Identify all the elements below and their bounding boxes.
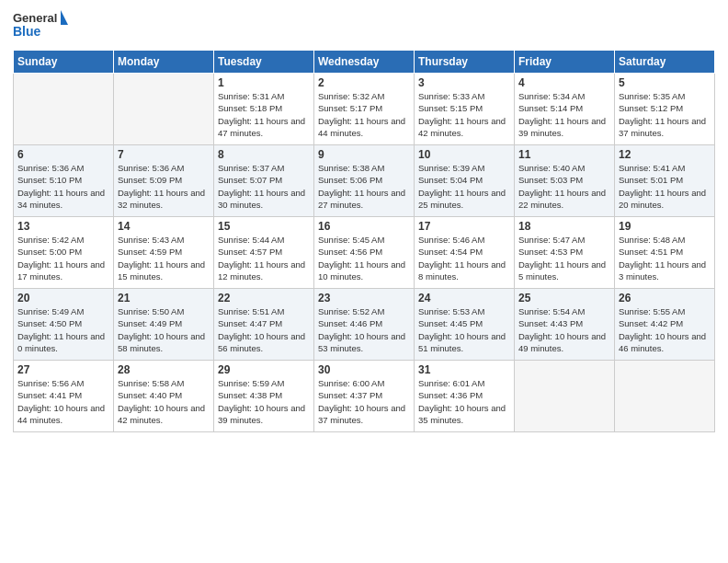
week-row-4: 20Sunrise: 5:49 AM Sunset: 4:50 PM Dayli… (14, 289, 715, 361)
day-info: Sunrise: 5:46 AM Sunset: 4:54 PM Dayligh… (418, 234, 510, 282)
day-number: 31 (418, 363, 510, 376)
day-info: Sunrise: 5:33 AM Sunset: 5:15 PM Dayligh… (418, 90, 510, 139)
page: General Blue SundayMondayTuesdayWednesda… (0, 0, 728, 563)
calendar-cell (114, 74, 214, 145)
day-number: 2 (318, 76, 410, 89)
day-info: Sunrise: 5:55 AM Sunset: 4:42 PM Dayligh… (619, 305, 711, 354)
col-header-saturday: Saturday (615, 51, 715, 74)
calendar-cell: 12Sunrise: 5:41 AM Sunset: 5:01 PM Dayli… (615, 145, 715, 217)
calendar-cell: 8Sunrise: 5:37 AM Sunset: 5:07 PM Daylig… (214, 145, 314, 217)
day-info: Sunrise: 5:32 AM Sunset: 5:17 PM Dayligh… (318, 90, 410, 139)
day-number: 22 (218, 292, 310, 304)
day-info: Sunrise: 5:42 AM Sunset: 5:00 PM Dayligh… (17, 234, 109, 282)
day-info: Sunrise: 5:48 AM Sunset: 4:51 PM Dayligh… (619, 234, 711, 282)
day-info: Sunrise: 5:36 AM Sunset: 5:10 PM Dayligh… (17, 162, 109, 211)
svg-text:Blue: Blue (13, 24, 41, 39)
calendar-cell (615, 361, 715, 432)
day-info: Sunrise: 5:47 AM Sunset: 4:53 PM Dayligh… (518, 234, 610, 282)
day-info: Sunrise: 5:52 AM Sunset: 4:46 PM Dayligh… (318, 305, 410, 354)
calendar-cell: 22Sunrise: 5:51 AM Sunset: 4:47 PM Dayli… (214, 289, 314, 361)
header: General Blue (13, 9, 715, 42)
day-number: 13 (17, 220, 109, 233)
calendar-cell: 2Sunrise: 5:32 AM Sunset: 5:17 PM Daylig… (314, 74, 415, 145)
col-header-tuesday: Tuesday (214, 51, 314, 74)
day-number: 21 (118, 292, 210, 304)
calendar-cell: 9Sunrise: 5:38 AM Sunset: 5:06 PM Daylig… (314, 145, 415, 217)
calendar-cell: 1Sunrise: 5:31 AM Sunset: 5:18 PM Daylig… (214, 74, 314, 145)
day-number: 5 (619, 76, 711, 89)
day-info: Sunrise: 5:36 AM Sunset: 5:09 PM Dayligh… (118, 162, 210, 211)
calendar-cell: 17Sunrise: 5:46 AM Sunset: 4:54 PM Dayli… (415, 217, 515, 289)
day-info: Sunrise: 5:37 AM Sunset: 5:07 PM Dayligh… (218, 162, 310, 211)
calendar-cell: 28Sunrise: 5:58 AM Sunset: 4:40 PM Dayli… (114, 361, 214, 432)
calendar-cell: 21Sunrise: 5:50 AM Sunset: 4:49 PM Dayli… (114, 289, 214, 361)
week-row-1: 1Sunrise: 5:31 AM Sunset: 5:18 PM Daylig… (14, 74, 715, 145)
calendar-cell: 27Sunrise: 5:56 AM Sunset: 4:41 PM Dayli… (14, 361, 114, 432)
day-number: 25 (518, 292, 610, 304)
day-number: 9 (318, 148, 410, 161)
day-info: Sunrise: 5:53 AM Sunset: 4:45 PM Dayligh… (418, 305, 510, 354)
calendar-cell: 16Sunrise: 5:45 AM Sunset: 4:56 PM Dayli… (314, 217, 415, 289)
day-number: 3 (418, 76, 510, 89)
day-number: 28 (118, 363, 210, 376)
calendar-cell: 30Sunrise: 6:00 AM Sunset: 4:37 PM Dayli… (314, 361, 415, 432)
calendar-cell: 13Sunrise: 5:42 AM Sunset: 5:00 PM Dayli… (14, 217, 114, 289)
day-info: Sunrise: 5:31 AM Sunset: 5:18 PM Dayligh… (218, 90, 310, 139)
svg-text:General: General (13, 11, 57, 25)
day-info: Sunrise: 5:41 AM Sunset: 5:01 PM Dayligh… (619, 162, 711, 211)
day-info: Sunrise: 5:54 AM Sunset: 4:43 PM Dayligh… (518, 305, 610, 354)
calendar-cell: 11Sunrise: 5:40 AM Sunset: 5:03 PM Dayli… (515, 145, 615, 217)
col-header-thursday: Thursday (415, 51, 515, 74)
day-number: 4 (518, 76, 610, 89)
calendar-cell: 25Sunrise: 5:54 AM Sunset: 4:43 PM Dayli… (515, 289, 615, 361)
calendar-cell: 23Sunrise: 5:52 AM Sunset: 4:46 PM Dayli… (314, 289, 415, 361)
calendar-cell: 5Sunrise: 5:35 AM Sunset: 5:12 PM Daylig… (615, 74, 715, 145)
calendar-cell: 4Sunrise: 5:34 AM Sunset: 5:14 PM Daylig… (515, 74, 615, 145)
calendar-cell: 19Sunrise: 5:48 AM Sunset: 4:51 PM Dayli… (615, 217, 715, 289)
calendar-cell: 29Sunrise: 5:59 AM Sunset: 4:38 PM Dayli… (214, 361, 314, 432)
day-number: 24 (418, 292, 510, 304)
calendar-cell: 31Sunrise: 6:01 AM Sunset: 4:36 PM Dayli… (415, 361, 515, 432)
day-number: 8 (218, 148, 310, 161)
calendar-cell: 10Sunrise: 5:39 AM Sunset: 5:04 PM Dayli… (415, 145, 515, 217)
day-number: 15 (218, 220, 310, 233)
calendar-cell: 18Sunrise: 5:47 AM Sunset: 4:53 PM Dayli… (515, 217, 615, 289)
calendar-header-row: SundayMondayTuesdayWednesdayThursdayFrid… (14, 51, 715, 74)
col-header-friday: Friday (515, 51, 615, 74)
day-number: 18 (518, 220, 610, 233)
week-row-5: 27Sunrise: 5:56 AM Sunset: 4:41 PM Dayli… (14, 361, 715, 432)
day-number: 1 (218, 76, 310, 89)
day-number: 30 (318, 363, 410, 376)
day-number: 23 (318, 292, 410, 304)
calendar-cell: 15Sunrise: 5:44 AM Sunset: 4:57 PM Dayli… (214, 217, 314, 289)
calendar-cell: 7Sunrise: 5:36 AM Sunset: 5:09 PM Daylig… (114, 145, 214, 217)
day-info: Sunrise: 5:56 AM Sunset: 4:41 PM Dayligh… (17, 377, 109, 426)
day-info: Sunrise: 5:44 AM Sunset: 4:57 PM Dayligh… (218, 234, 310, 282)
calendar-cell: 14Sunrise: 5:43 AM Sunset: 4:59 PM Dayli… (114, 217, 214, 289)
day-number: 29 (218, 363, 310, 376)
day-info: Sunrise: 5:43 AM Sunset: 4:59 PM Dayligh… (118, 234, 210, 282)
day-number: 20 (17, 292, 109, 304)
week-row-3: 13Sunrise: 5:42 AM Sunset: 5:00 PM Dayli… (14, 217, 715, 289)
day-number: 27 (17, 363, 109, 376)
logo-svg: General Blue (13, 9, 68, 42)
svg-marker-2 (61, 10, 68, 25)
day-info: Sunrise: 5:34 AM Sunset: 5:14 PM Dayligh… (518, 90, 610, 139)
day-info: Sunrise: 5:40 AM Sunset: 5:03 PM Dayligh… (518, 162, 610, 211)
col-header-wednesday: Wednesday (314, 51, 415, 74)
calendar-cell: 3Sunrise: 5:33 AM Sunset: 5:15 PM Daylig… (415, 74, 515, 145)
day-number: 17 (418, 220, 510, 233)
day-info: Sunrise: 5:49 AM Sunset: 4:50 PM Dayligh… (17, 305, 109, 354)
day-info: Sunrise: 5:38 AM Sunset: 5:06 PM Dayligh… (318, 162, 410, 211)
day-number: 11 (518, 148, 610, 161)
day-info: Sunrise: 5:45 AM Sunset: 4:56 PM Dayligh… (318, 234, 410, 282)
day-number: 26 (619, 292, 711, 304)
calendar-cell (14, 74, 114, 145)
day-info: Sunrise: 5:50 AM Sunset: 4:49 PM Dayligh… (118, 305, 210, 354)
calendar-cell: 24Sunrise: 5:53 AM Sunset: 4:45 PM Dayli… (415, 289, 515, 361)
col-header-sunday: Sunday (14, 51, 114, 74)
calendar-cell: 20Sunrise: 5:49 AM Sunset: 4:50 PM Dayli… (14, 289, 114, 361)
day-info: Sunrise: 5:59 AM Sunset: 4:38 PM Dayligh… (218, 377, 310, 426)
calendar-cell: 6Sunrise: 5:36 AM Sunset: 5:10 PM Daylig… (14, 145, 114, 217)
day-number: 12 (619, 148, 711, 161)
